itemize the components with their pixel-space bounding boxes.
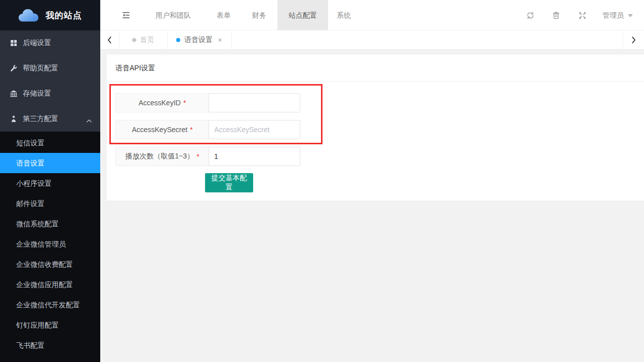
form-row-accesskeysecret: AccessKeySecret* (115, 120, 300, 139)
sidebar-item-wecom-app-config[interactable]: 企业微信应用配置 (0, 274, 100, 295)
sidebar-item-miniprogram-settings[interactable]: 小程序设置 (0, 173, 100, 193)
main-content: 语音API设置 AccessKeyID* AccessKeySecret* 播放… (100, 50, 644, 362)
required-mark: * (190, 126, 192, 134)
refresh-icon[interactable] (526, 11, 535, 20)
menu-fold-icon[interactable] (122, 11, 131, 20)
sidebar-item-wecom-dev-config[interactable]: 企业微信代开发配置 (0, 295, 100, 315)
accesskeysecret-label: AccessKeySecret* (115, 120, 209, 139)
tab-status-dot (132, 38, 136, 42)
card-title: 语音API设置 (107, 55, 644, 82)
field-label-text: AccessKeySecret (132, 126, 187, 134)
bank-icon (10, 90, 18, 98)
fullscreen-icon[interactable] (578, 11, 587, 20)
app-window: 我的站点 用户和团队 表单 财务 站点配置 系统 (0, 0, 644, 362)
nav-item-system[interactable]: 系统 (330, 0, 358, 30)
chevron-up-icon (86, 116, 92, 125)
sidebar-item-wecom-admin[interactable]: 企业微信管理员 (0, 234, 100, 254)
user-icon (10, 115, 18, 123)
sidebar: 后端设置 帮助页配置 (0, 30, 100, 362)
accesskeyid-label: AccessKeyID* (115, 93, 209, 112)
sidebar-item-help-page-config[interactable]: 帮助页配置 (0, 56, 100, 81)
sidebar-item-wechat-system-config[interactable]: 微信系统配置 (0, 214, 100, 234)
form-row-play-count: 播放次数（取值1~3）* (115, 147, 300, 166)
voice-api-card: 语音API设置 AccessKeyID* AccessKeySecret* 播放… (107, 55, 644, 200)
tab-bar: 首页 语音设置 × (100, 30, 644, 50)
sidebar-submenu: 短信设置 语音设置 小程序设置 邮件设置 微信系统配置 企业微信管理员 企业微信… (0, 132, 100, 355)
sidebar-item-mail-settings[interactable]: 邮件设置 (0, 193, 100, 214)
submit-basic-config-button[interactable]: 提交基本配置 (205, 173, 253, 192)
sidebar-item-third-party-config[interactable]: 第三方配置 (0, 106, 100, 132)
tab-status-dot (176, 38, 180, 42)
nav-item-users-teams[interactable]: 用户和团队 (152, 0, 194, 30)
sidebar-item-label: 后端设置 (23, 38, 51, 48)
tab-scroll-right-icon[interactable] (623, 30, 644, 49)
play-count-label: 播放次数（取值1~3）* (115, 147, 209, 166)
sidebar-item-dingtalk-app-config[interactable]: 钉钉应用配置 (0, 315, 100, 335)
accesskeysecret-input[interactable] (209, 120, 300, 139)
play-count-input[interactable] (209, 147, 300, 166)
required-mark: * (196, 152, 199, 160)
required-mark: * (183, 99, 186, 107)
user-menu[interactable]: 管理员 (602, 0, 633, 30)
sidebar-item-label: 第三方配置 (23, 114, 58, 124)
nav-item-finance[interactable]: 财务 (245, 0, 273, 30)
sidebar-item-feishu-config[interactable]: 飞书配置 (0, 335, 100, 355)
brand-title: 我的站点 (46, 10, 82, 21)
field-label-text: AccessKeyID (139, 99, 181, 107)
sidebar-item-wecom-billing-config[interactable]: 企业微信收费配置 (0, 254, 100, 274)
tab-voice-settings[interactable]: 语音设置 × (167, 30, 232, 49)
top-header: 用户和团队 表单 财务 站点配置 系统 (100, 0, 644, 30)
tab-label: 首页 (140, 35, 154, 45)
sidebar-item-label: 存储设置 (23, 89, 51, 98)
tab-home[interactable]: 首页 (119, 30, 168, 49)
accesskeyid-input[interactable] (209, 93, 300, 112)
nav-item-site-config[interactable]: 站点配置 (277, 0, 328, 30)
form-row-accesskeyid: AccessKeyID* (115, 93, 300, 112)
nav-item-forms[interactable]: 表单 (210, 0, 238, 30)
user-menu-label: 管理员 (602, 11, 624, 19)
sidebar-item-label: 帮助页配置 (23, 64, 58, 73)
trash-icon[interactable] (552, 11, 560, 20)
chevron-down-icon (628, 14, 633, 17)
grid-icon (10, 39, 18, 47)
tab-label: 语音设置 (184, 35, 213, 45)
sidebar-item-voice-settings[interactable]: 语音设置 (0, 153, 100, 173)
tab-scroll-left-icon[interactable] (100, 30, 119, 49)
sidebar-group: 后端设置 帮助页配置 (0, 30, 100, 132)
close-icon[interactable]: × (218, 35, 222, 44)
wrench-icon (10, 64, 18, 72)
cloud-icon (18, 7, 39, 23)
field-label-text: 播放次数（取值1~3） (125, 152, 194, 161)
brand-logo: 我的站点 (0, 0, 100, 30)
sidebar-item-storage-settings[interactable]: 存储设置 (0, 81, 100, 106)
sidebar-item-backend-settings[interactable]: 后端设置 (0, 30, 100, 56)
sidebar-item-sms-settings[interactable]: 短信设置 (0, 133, 100, 153)
